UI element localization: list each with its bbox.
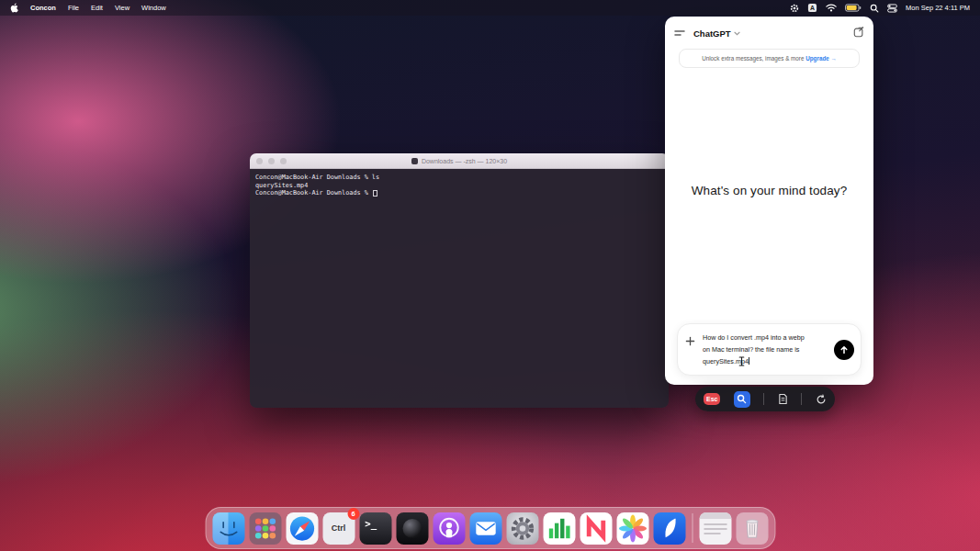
dock-separator <box>692 513 693 543</box>
terminal-title: Downloads — -zsh — 120×30 <box>250 158 669 164</box>
svg-text:>_: >_ <box>365 517 377 529</box>
dock: Ctrl 6 >_ <box>205 507 775 549</box>
desktop: Concon File Edit View Window A <box>0 0 980 551</box>
dock-item-terminal[interactable]: >_ <box>358 512 392 545</box>
trash-icon <box>736 512 768 545</box>
terminal-app-icon: >_ <box>359 512 391 545</box>
dock-item-ctrl-app[interactable]: Ctrl 6 <box>321 512 355 545</box>
dock-item-podcasts[interactable] <box>432 512 466 545</box>
chatgpt-panel: ChatGPT Unlock extra messages, images & … <box>665 17 873 385</box>
numbers-chart-icon <box>543 512 575 545</box>
notification-badge: 6 <box>347 508 359 520</box>
menu-view[interactable]: View <box>115 4 130 12</box>
menu-file[interactable]: File <box>68 4 79 12</box>
upgrade-banner: Unlock extra messages, images & more Upg… <box>679 49 860 68</box>
new-chat-icon[interactable] <box>853 25 864 41</box>
dock-item-photos[interactable] <box>615 512 649 545</box>
input-source-icon[interactable]: A <box>807 3 817 13</box>
mail-icon <box>469 512 501 545</box>
capture-toolbar: Esc <box>695 387 835 411</box>
terminal-proxy-icon <box>411 158 418 164</box>
active-app-name[interactable]: Concon <box>30 4 56 12</box>
redo-tool-button[interactable] <box>816 394 827 405</box>
search-tool-button[interactable] <box>734 391 750 408</box>
safari-icon <box>286 512 318 545</box>
dock-item-minimized-window[interactable] <box>698 512 732 545</box>
terminal-prompt-line: Concon@MacBook-Air Downloads % <box>255 189 663 197</box>
dock-item-mail[interactable] <box>468 512 502 545</box>
chat-composer[interactable]: How do I convert .mp4 into a webp on Mac… <box>677 323 862 376</box>
menu-bar: Concon File Edit View Window A <box>0 0 980 16</box>
gear-menu-icon[interactable] <box>790 4 799 13</box>
model-picker[interactable]: ChatGPT <box>693 28 740 39</box>
menu-edit[interactable]: Edit <box>91 4 103 12</box>
mouse-cursor-ibeam <box>738 354 745 370</box>
document-tool-button[interactable] <box>778 393 788 405</box>
photos-pinwheel-icon <box>616 512 648 545</box>
menu-window[interactable]: Window <box>141 4 166 12</box>
terminal-window: Downloads — -zsh — 120×30 Concon@MacBook… <box>250 153 669 408</box>
search-icon <box>737 394 747 404</box>
toolbar-divider <box>763 393 764 405</box>
arrow-up-icon <box>839 344 850 355</box>
terminal-line: Concon@MacBook-Air Downloads % ls <box>255 174 663 182</box>
search-icon[interactable] <box>870 4 879 13</box>
upgrade-banner-text: Unlock extra messages, images & more <box>702 55 804 62</box>
wifi-icon[interactable] <box>826 4 837 12</box>
dock-item-safari[interactable] <box>285 512 319 545</box>
text-insertion-caret <box>749 357 749 365</box>
chatgpt-header: ChatGPT <box>665 17 873 45</box>
terminal-content[interactable]: Concon@MacBook-Air Downloads % ls queryS… <box>250 169 669 408</box>
chevron-down-icon <box>734 31 740 36</box>
minimized-window-thumbnail <box>699 512 731 545</box>
sphere-app-icon <box>396 512 428 545</box>
menu-bar-clock[interactable]: Mon Sep 22 4:11 PM <box>906 4 970 12</box>
dock-item-numbers[interactable] <box>542 512 576 545</box>
circular-arrow-icon <box>816 394 827 405</box>
battery-icon[interactable] <box>845 4 862 12</box>
launchpad-icon <box>249 512 281 545</box>
attach-plus-icon[interactable] <box>685 333 695 350</box>
gear-icon <box>506 512 538 545</box>
svg-text:A: A <box>810 5 815 11</box>
terminal-titlebar[interactable]: Downloads — -zsh — 120×30 <box>250 153 669 169</box>
dock-item-drafts[interactable] <box>652 512 686 545</box>
dock-item-system-settings[interactable] <box>505 512 539 545</box>
send-button[interactable] <box>834 340 854 360</box>
apple-icon[interactable] <box>10 3 18 13</box>
toolbar-divider <box>801 393 802 405</box>
chatgpt-title: ChatGPT <box>693 28 731 39</box>
chatgpt-headline: What's on your mind today? <box>665 184 873 197</box>
dock-item-sphere-app[interactable] <box>395 512 429 545</box>
dock-item-news[interactable] <box>579 512 613 545</box>
terminal-line: querySites.mp4 <box>255 182 663 190</box>
esc-button[interactable]: Esc <box>704 393 720 405</box>
terminal-cursor <box>373 190 377 197</box>
dock-item-finder[interactable] <box>211 512 245 545</box>
podcasts-icon <box>433 512 465 545</box>
document-icon <box>778 393 788 405</box>
ctrl-app-label: Ctrl <box>332 523 346 533</box>
finder-icon <box>212 512 244 545</box>
chat-input[interactable]: How do I convert .mp4 into a webp on Mac… <box>703 332 813 367</box>
control-center-icon[interactable] <box>887 4 897 13</box>
drafts-quill-icon <box>653 512 685 545</box>
dock-item-trash[interactable] <box>735 512 769 545</box>
upgrade-link[interactable]: Upgrade → <box>805 55 837 62</box>
sidebar-toggle-icon[interactable] <box>674 25 685 41</box>
dock-item-launchpad[interactable] <box>248 512 282 545</box>
news-icon <box>580 512 612 545</box>
